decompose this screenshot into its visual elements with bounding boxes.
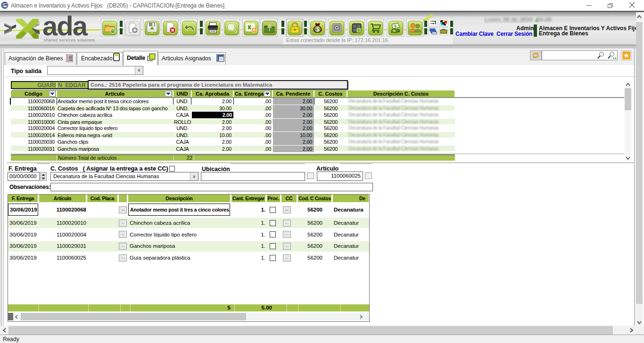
svg-text:shared services solutions: shared services solutions [44,38,95,42]
svg-text:ada: ada [42,12,88,41]
svg-text:$: $ [316,26,319,32]
